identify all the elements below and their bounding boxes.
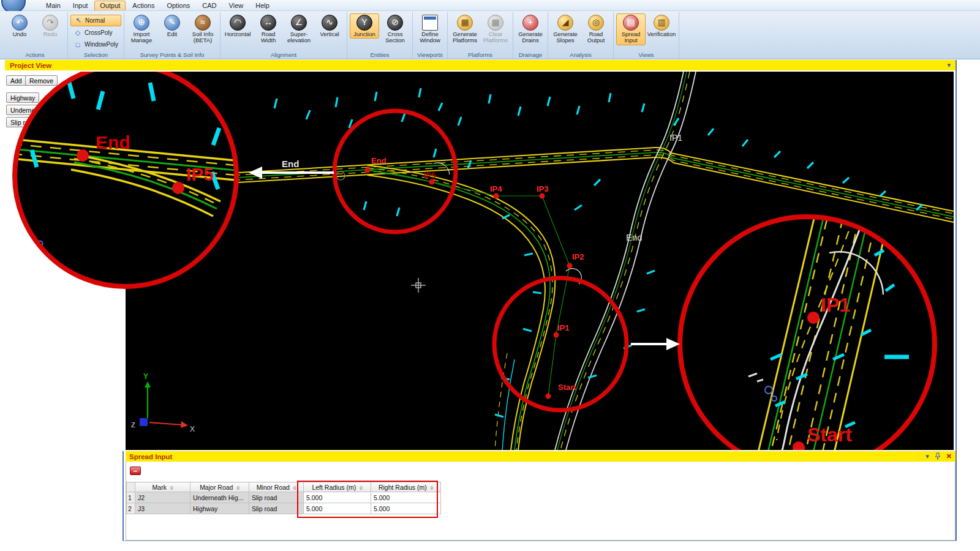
generate-slopes-button[interactable]: ◢ Generate Slopes: [551, 13, 580, 45]
menu-input[interactable]: Input: [67, 1, 93, 10]
super-elevation-button[interactable]: ∠ Super- elevation: [284, 13, 314, 45]
col-header-major-road[interactable]: Major Road◊: [190, 482, 249, 492]
end-label-arrow: End: [282, 159, 299, 169]
generate-platforms-icon: ▦: [457, 15, 473, 31]
menu-options[interactable]: Options: [161, 1, 195, 10]
ucs-axis-indicator: Y X Z: [131, 372, 195, 433]
slip-road: [368, 165, 555, 450]
menu-output[interactable]: Output: [94, 1, 126, 10]
table-row[interactable]: 1 J2 Underneath Hig... Slip road 5.000 5…: [127, 492, 441, 503]
add-button[interactable]: Add: [6, 75, 26, 86]
major-road-cell[interactable]: Underneath Hig...: [190, 492, 249, 503]
clear-platforms-icon: ▦: [488, 15, 503, 31]
junction-button[interactable]: Y Junction: [350, 13, 379, 39]
spread-input-icon: ▤: [623, 15, 639, 31]
zoom-arrow-right: [631, 338, 680, 350]
sort-icon: ◊: [293, 485, 296, 491]
col-header-right-radius[interactable]: Right Radius (m)◊: [371, 482, 441, 492]
horizontal-alignment-icon: ◠: [230, 15, 246, 31]
define-window-button[interactable]: Define Window: [415, 13, 445, 45]
ribbon-group-viewports: Define Window Viewports: [413, 12, 448, 59]
dropdown-icon[interactable]: ▾: [925, 452, 929, 460]
group-label-survey: Survey Points & Soil Info: [124, 51, 220, 58]
menu-bar: Main Input Output Actions Options CAD Vi…: [0, 0, 980, 11]
undo-button[interactable]: ↶ Undo: [5, 13, 34, 39]
vertical-button[interactable]: ∿ Vertical: [315, 13, 344, 39]
normal-selection-icon: ↖: [74, 17, 83, 24]
generate-platforms-button[interactable]: ▦ Generate Platforms: [450, 13, 480, 45]
cross-section-button[interactable]: ⊘ Cross Section: [380, 13, 410, 45]
road-width-button[interactable]: ↔ Road Width: [254, 13, 283, 45]
menu-actions[interactable]: Actions: [127, 1, 160, 10]
zoom-right-start-label: Start: [807, 424, 852, 446]
road-output-icon: ◎: [588, 15, 604, 31]
layer-button-highway[interactable]: Highway: [6, 92, 39, 103]
ip5-label-small: IP5: [424, 171, 436, 180]
verification-icon: ▥: [654, 15, 669, 31]
edit-button[interactable]: ✎ Edit: [157, 13, 187, 39]
right-radius-cell[interactable]: 5.000: [371, 492, 441, 503]
layer-button-slip[interactable]: Slip road: [6, 117, 40, 127]
mark-cell[interactable]: J2: [135, 492, 190, 503]
import-manage-button[interactable]: ⊕ Import Manage: [127, 13, 156, 45]
menu-main[interactable]: Main: [40, 1, 66, 10]
spread-input-body: – Mark◊ Major Road◊ Minor Road◊ Left Rad…: [126, 462, 956, 541]
undo-icon: ↶: [12, 15, 28, 31]
col-header-left-radius[interactable]: Left Radius (m)◊: [304, 482, 371, 492]
right-radius-cell[interactable]: 5.000: [371, 503, 441, 514]
axis-x-label: X: [190, 425, 195, 433]
row-number-header: [127, 482, 135, 492]
ip2-label: IP2: [572, 252, 584, 261]
junction-radius-arcs: [336, 163, 581, 284]
ribbon-group-alignment: ◠ Horizontal ↔ Road Width ∠ Super- eleva…: [221, 12, 347, 59]
mark-cell[interactable]: J3: [135, 503, 190, 514]
spread-input-titlebar: Spread Input ▾ ✕: [126, 451, 956, 462]
ribbon-group-views: ▤ Spread Input ▥ Verification Views: [614, 12, 679, 59]
drawing-canvas[interactable]: Add Remove Highway Underneath Slip road: [5, 72, 956, 450]
road-output-button[interactable]: ◎ Road Output: [581, 13, 611, 45]
layer-button-underneath[interactable]: Underneath: [6, 105, 48, 115]
menu-help[interactable]: Help: [250, 1, 275, 10]
axis-y-label: Y: [143, 372, 148, 381]
table-row[interactable]: 2 J3 Highway Slip road 5.000 5.000: [127, 503, 441, 514]
minor-road-cell[interactable]: Slip road: [249, 503, 304, 514]
panel-splitter-right[interactable]: [956, 60, 957, 541]
horizontal-button[interactable]: ◠ Horizontal: [223, 13, 252, 39]
selection-crosspoly-button[interactable]: ◇ CrossPoly: [70, 28, 121, 38]
project-view-titlebar: Project View ▾: [5, 60, 956, 70]
sort-icon: ◊: [236, 485, 239, 491]
col-header-mark[interactable]: Mark◊: [135, 482, 190, 492]
generate-drains-button[interactable]: + Generate Drains: [516, 13, 545, 45]
ribbon-group-entities: Y Junction ⊘ Cross Section Entities: [347, 12, 413, 59]
ribbon-group-drainage: + Generate Drains Drainage: [513, 12, 548, 59]
remove-button[interactable]: Remove: [25, 75, 58, 86]
end-underneath-label: End: [626, 232, 643, 242]
menu-cad[interactable]: CAD: [197, 1, 222, 10]
super-elevation-icon: ∠: [291, 15, 307, 31]
start-slip-label: Start: [558, 383, 576, 392]
axis-z-label: Z: [131, 421, 135, 429]
selection-normal-button[interactable]: ↖ Normal: [70, 15, 121, 26]
selection-windowpoly-button[interactable]: □ WindowPoly: [70, 39, 121, 50]
soil-info-button[interactable]: ≈ Soil Info (BETA): [188, 13, 217, 45]
minor-road-cell[interactable]: Slip road: [249, 492, 304, 503]
cad-drawing: Y X Z End End IP5 IP4 IP3 IP2 IP1 Start …: [5, 72, 956, 450]
dropdown-icon[interactable]: ▾: [947, 61, 951, 69]
panel-splitter-left[interactable]: [123, 451, 124, 541]
group-label-views: Views: [614, 51, 679, 58]
spread-input-button[interactable]: ▤ Spread Input: [616, 13, 646, 45]
pin-icon[interactable]: [935, 452, 941, 460]
application-window: Main Input Output Actions Options CAD Vi…: [0, 0, 980, 551]
left-radius-cell[interactable]: 5.000: [304, 503, 371, 514]
menu-view[interactable]: View: [224, 1, 249, 10]
sort-icon: ◊: [170, 485, 173, 491]
col-header-minor-road[interactable]: Minor Road◊: [249, 482, 304, 492]
close-icon[interactable]: ✕: [946, 452, 952, 460]
remove-row-button[interactable]: –: [130, 467, 141, 475]
main-highway: [207, 148, 954, 222]
ip1-main-label: IP1: [669, 133, 682, 143]
major-road-cell[interactable]: Highway: [190, 503, 249, 514]
row-number-cell: 1: [127, 492, 135, 503]
left-radius-cell[interactable]: 5.000: [304, 492, 371, 503]
verification-button[interactable]: ▥ Verification: [647, 13, 676, 39]
